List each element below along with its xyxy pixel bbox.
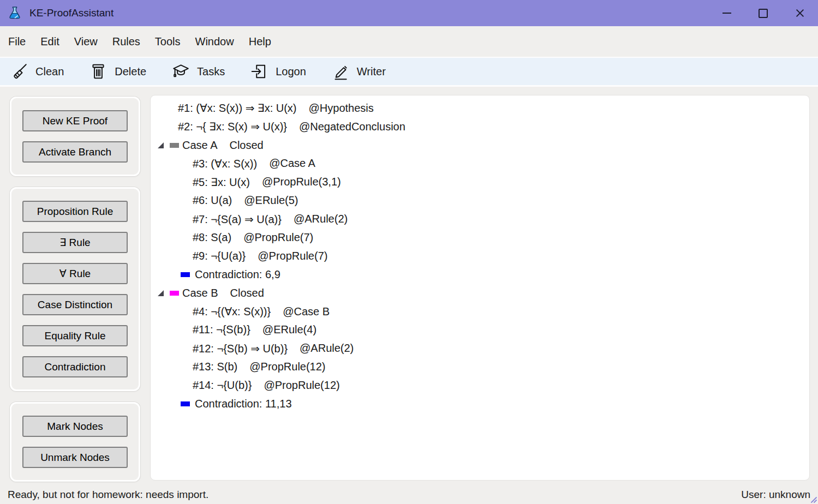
login-door-icon: [250, 62, 268, 81]
formula-text: #11: ¬{S(b)}: [193, 323, 250, 336]
toolbar-button-writer[interactable]: Writer: [331, 62, 386, 81]
toolbar-label: Clean: [35, 65, 64, 78]
broom-icon: [10, 62, 28, 81]
toolbar: Clean Delete Tasks L: [0, 58, 818, 87]
contradiction-swatch: [181, 401, 190, 406]
proof-node-row[interactable]: #13: S(b) @PropRule(12): [151, 358, 809, 376]
rule-annotation: @Case B: [283, 305, 330, 318]
trash-icon: [89, 62, 108, 81]
contradiction-text: Contradiction: 6,9: [195, 268, 280, 281]
proof-node-row[interactable]: #14: ¬{U(b)} @PropRule(12): [151, 376, 809, 395]
rule-annotation: @PropRule(3,1): [262, 176, 341, 188]
formula-text: #8: S(a): [193, 231, 231, 244]
button-equality-rule[interactable]: Equality Rule: [22, 325, 128, 346]
button-unmark-nodes[interactable]: Unmark Nodes: [22, 447, 128, 468]
formula-text: #14: ¬{U(b)}: [193, 379, 252, 392]
formula-text: #4: ¬{(∀x: S(x))}: [193, 305, 271, 318]
maximize-button[interactable]: [745, 0, 781, 26]
tree-expander-icon[interactable]: [158, 290, 164, 296]
resize-grip-icon[interactable]: [808, 494, 817, 503]
toolbar-label: Tasks: [197, 65, 225, 78]
toolbar-label: Logon: [276, 65, 306, 78]
case-status: Closed: [230, 287, 264, 299]
case-label: Case B: [182, 287, 218, 299]
flask-icon: [7, 5, 22, 21]
button-mark-nodes[interactable]: Mark Nodes: [22, 416, 128, 437]
button-proposition-rule[interactable]: Proposition Rule: [22, 201, 128, 222]
case-swatch: [170, 143, 179, 148]
contradiction-swatch: [181, 272, 190, 277]
proof-node-row[interactable]: #11: ¬{S(b)} @ERule(4): [151, 321, 809, 339]
button-case-distinction[interactable]: Case Distinction: [22, 294, 128, 315]
formula-text: #13: S(b): [193, 361, 237, 373]
rule-annotation: @PropRule(7): [243, 231, 313, 244]
graduation-cap-icon: [171, 62, 190, 81]
rule-annotation: @Case A: [269, 157, 315, 170]
case-branch-row[interactable]: Case A Closed: [151, 136, 809, 154]
proof-node-row[interactable]: #9: ¬{U(a)} @PropRule(7): [151, 247, 809, 265]
proof-node-row[interactable]: #3: (∀x: S(x)) @Case A: [151, 154, 809, 173]
menu-item-file[interactable]: File: [8, 35, 26, 48]
formula-text: #7: ¬{S(a) ⇒ U(a)}: [193, 213, 282, 226]
button-activate-branch[interactable]: Activate Branch: [22, 141, 128, 163]
menu-bar: FileEditViewRulesToolsWindowHelp: [0, 26, 818, 58]
toolbar-button-delete[interactable]: Delete: [89, 62, 146, 81]
case-status: Closed: [229, 139, 263, 152]
button-rule[interactable]: ∀ Rule: [22, 263, 128, 284]
proof-node-row[interactable]: #1: (∀x: S(x)) ⇒ ∃x: U(x) @Hypothesis: [151, 99, 809, 117]
formula-text: #5: ∃x: U(x): [193, 176, 250, 189]
menu-item-edit[interactable]: Edit: [40, 35, 59, 48]
proof-node-row[interactable]: #12: ¬{S(b) ⇒ U(b)} @ARule(2): [151, 339, 809, 358]
menu-item-tools[interactable]: Tools: [155, 35, 181, 48]
toolbar-label: Delete: [115, 65, 146, 78]
menu-item-view[interactable]: View: [74, 35, 98, 48]
proof-node-row[interactable]: #4: ¬{(∀x: S(x))} @Case B: [151, 302, 809, 321]
rule-annotation: @NegatedConclusion: [299, 121, 405, 133]
toolbar-button-logon[interactable]: Logon: [250, 62, 306, 81]
main-area: New KE ProofActivate BranchProposition R…: [0, 87, 818, 485]
rule-annotation: @ERule(5): [244, 194, 298, 207]
rule-annotation: @PropRule(12): [264, 379, 339, 392]
sidebar: New KE ProofActivate BranchProposition R…: [0, 87, 150, 485]
menu-item-rules[interactable]: Rules: [112, 35, 140, 48]
rule-annotation: @ARule(2): [300, 342, 354, 355]
app-window: KE-ProofAssistant FileEditViewRulesTools…: [0, 0, 818, 504]
proof-node-row[interactable]: #7: ¬{S(a) ⇒ U(a)} @ARule(2): [151, 210, 809, 229]
proof-tree-panel[interactable]: #1: (∀x: S(x)) ⇒ ∃x: U(x) @Hypothesis #2…: [150, 95, 810, 481]
pencil-icon: [331, 62, 350, 81]
contradiction-row[interactable]: Contradiction: 11,13: [151, 395, 809, 413]
status-message: Ready, but not for homework: needs impor…: [8, 489, 208, 501]
contradiction-row[interactable]: Contradiction: 6,9: [151, 265, 809, 284]
rule-annotation: @ERule(4): [262, 323, 317, 336]
menu-item-window[interactable]: Window: [195, 35, 234, 48]
menu-item-help[interactable]: Help: [249, 35, 271, 48]
window-title: KE-ProofAssistant: [29, 7, 114, 19]
proof-node-row[interactable]: #2: ¬{ ∃x: S(x) ⇒ U(x)} @NegatedConclusi…: [151, 117, 809, 136]
button-rule[interactable]: ∃ Rule: [22, 232, 128, 253]
close-button[interactable]: [781, 0, 818, 26]
button-new-ke-proof[interactable]: New KE Proof: [22, 110, 128, 131]
status-bar: Ready, but not for homework: needs impor…: [0, 485, 818, 504]
sidebar-group-2: Proposition Rule∃ Rule∀ RuleCase Distinc…: [10, 187, 140, 391]
formula-text: #2: ¬{ ∃x: S(x) ⇒ U(x)}: [178, 120, 287, 133]
window-controls: [708, 0, 818, 26]
proof-node-row[interactable]: #8: S(a) @PropRule(7): [151, 229, 809, 247]
maximize-icon: [759, 9, 768, 18]
proof-node-row[interactable]: #5: ∃x: U(x) @PropRule(3,1): [151, 173, 809, 191]
rule-annotation: @Hypothesis: [309, 102, 374, 115]
rule-annotation: @ARule(2): [294, 213, 348, 225]
case-swatch: [170, 291, 179, 296]
toolbar-button-clean[interactable]: Clean: [10, 62, 64, 81]
window-titlebar: KE-ProofAssistant: [0, 0, 818, 26]
sidebar-group-3: Mark NodesUnmark Nodes: [10, 402, 140, 482]
case-label: Case A: [182, 139, 217, 152]
formula-text: #12: ¬{S(b) ⇒ U(b)}: [193, 342, 288, 355]
formula-text: #6: U(a): [193, 194, 232, 207]
toolbar-button-tasks[interactable]: Tasks: [171, 62, 225, 81]
case-branch-row[interactable]: Case B Closed: [151, 284, 809, 302]
minimize-button[interactable]: [708, 0, 745, 26]
proof-node-row[interactable]: #6: U(a) @ERule(5): [151, 191, 809, 210]
button-contradiction[interactable]: Contradiction: [22, 356, 128, 377]
formula-text: #3: (∀x: S(x)): [193, 157, 257, 170]
tree-expander-icon[interactable]: [158, 142, 164, 148]
